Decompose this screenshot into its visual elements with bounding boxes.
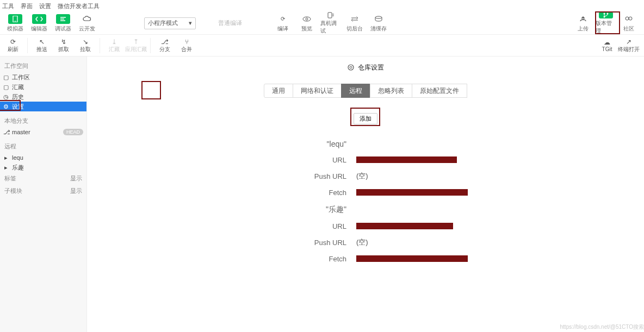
pull-button[interactable]: ↘拉取 [75,36,96,55]
remote-row-url: URL [87,218,622,234]
apply-stash-icon: ⤒ [133,38,139,46]
folder-icon: ▢ [3,74,9,81]
folder-icon: ▢ [3,84,9,91]
merge-icon: ⑂ [185,38,189,46]
add-remote-button[interactable]: 添加 [354,113,377,124]
phone-icon [8,14,22,24]
page-title: 仓库设置 [87,61,644,74]
svg-point-2 [303,17,311,21]
tgit-button[interactable]: ☁TGit [596,36,618,55]
sidebar-item-stash[interactable]: ▢汇藏 [0,82,86,92]
simulator-button[interactable]: 模拟器 [4,13,26,34]
remote-row-pushurl: Push URL (空) [87,234,622,250]
open-terminal-button[interactable]: ↗终端打开 [618,36,640,55]
sidebar-section-workspace: 工作空间 [0,60,86,72]
remote-row-fetch: Fetch [87,250,622,267]
remote-name: "lequ" [87,135,356,152]
menu-settings[interactable]: 设置 [39,2,51,10]
compile-button[interactable]: ⟳编译 [272,13,294,34]
external-icon: ↗ [626,38,631,46]
push-icon: ↖ [39,38,45,46]
debugger-button[interactable]: 调试器 [52,13,74,34]
tags-show-link[interactable]: 显示 [70,174,82,183]
main: 工作空间 ▢工作区 ▢汇藏 ◷历史 ⚙设置 本地分支 ⎇master HEAD … [0,57,644,332]
sub-toolbar: ⟳刷新 ↖推送 ↯抓取 ↘拉取 ⤓汇藏 ⤒应用汇藏 ⎇分支 ⑂合并 ☁TGit … [0,35,644,57]
sidebar-item-remote-lequ[interactable]: ▸lequ [0,153,86,162]
menu-tools[interactable]: 工具 [2,2,14,10]
svg-rect-4 [328,12,332,18]
remote-row-pushurl: Push URL (空) [87,168,622,184]
sidebar-section-tags: 标签 [4,174,16,183]
pushurl-label: Push URL [87,169,356,184]
merge-button[interactable]: ⑂合并 [176,36,197,55]
real-debug-button[interactable]: 真机调试 [320,13,342,34]
compile-select-label: 普通编译 [218,19,242,27]
settings-tabs: 通用 网络和认证 远程 忽略列表 原始配置文件 [87,84,644,98]
tab-network[interactable]: 网络和认证 [293,84,342,98]
tab-remote[interactable]: 远程 [341,84,370,98]
branch-icon: ⎇ [161,38,169,46]
sidebar-item-tags[interactable]: 标签 显示 [0,172,86,185]
phone-link-icon [324,12,338,18]
gear-icon: ⚙ [3,103,9,110]
stash-button[interactable]: ⤓汇藏 [103,36,125,55]
code-icon [32,14,46,24]
menu-ui[interactable]: 界面 [21,2,33,10]
svg-point-11 [348,65,354,70]
branch-button[interactable]: ⎇分支 [154,36,176,55]
upload-button[interactable]: 上传 [572,13,594,34]
preview-button[interactable]: 预览 [296,13,318,34]
compile-select[interactable]: 普通编译 [215,17,253,29]
page-title-text: 仓库设置 [358,63,384,72]
upload-icon [576,14,590,24]
highlight-tab-remote [141,81,161,99]
cloud-button[interactable]: 云开发 [76,13,98,34]
remote-name: "乐趣" [87,201,356,218]
svg-point-12 [350,66,352,68]
community-button[interactable]: 社区 [618,13,640,34]
sidebar-item-history[interactable]: ◷历史 [0,92,86,102]
censored-fetch [356,255,468,262]
remote-row-fetch: Fetch [87,184,622,201]
sidebar-item-settings[interactable]: ⚙设置 [0,102,86,111]
refresh-icon: ⟳ [276,14,290,24]
cloud-label: 云开发 [79,25,95,33]
censored-url [356,223,453,229]
sidebar-item-submod[interactable]: 子模块 显示 [0,185,86,197]
mode-select[interactable]: 小程序模式 ▾ [144,17,196,29]
fetch-label: Fetch [87,185,356,200]
chevron-down-icon: ▾ [189,20,192,27]
pull-icon: ↘ [83,38,88,46]
stash-icon: ⤓ [112,38,117,46]
tab-general[interactable]: 通用 [264,84,293,98]
sidebar-item-master[interactable]: ⎇master HEAD [0,127,86,137]
clear-cache-button[interactable]: 清缓存 [368,13,389,34]
switch-bg-button[interactable]: 切后台 [344,13,366,34]
editor-button[interactable]: 编辑器 [28,13,50,34]
apply-stash-button[interactable]: ⤒应用汇藏 [125,36,147,55]
history-icon: ◷ [3,93,9,101]
debugger-label: 调试器 [55,25,71,33]
tab-rawconfig[interactable]: 原始配置文件 [412,84,467,98]
bug-icon [56,14,70,24]
switch-icon [348,14,362,24]
url-label: URL [87,219,356,234]
tab-ignore[interactable]: 忽略列表 [370,84,412,98]
fetch-button[interactable]: ↯抓取 [53,36,75,55]
sidebar-section-submod: 子模块 [4,187,22,195]
refresh-button[interactable]: ⟳刷新 [2,36,24,55]
gear-icon [347,64,355,71]
submod-show-link[interactable]: 显示 [70,187,82,195]
eye-icon [300,14,314,24]
version-mgmt-button[interactable]: 版本管理 [595,13,617,34]
sidebar-item-workspace[interactable]: ▢工作区 [0,72,86,82]
push-button[interactable]: ↖推送 [31,36,53,55]
editor-label: 编辑器 [31,25,47,33]
censored-fetch [356,189,468,196]
community-icon [622,14,636,24]
sidebar-item-remote-lequ2[interactable]: ▸乐趣 [0,162,86,172]
fetch-label: Fetch [87,252,356,266]
svg-point-10 [629,17,632,20]
remote-list: "lequ" URL Push URL (空) Fetch "乐趣" URL P… [87,135,644,267]
add-row: 添加 [87,113,644,124]
